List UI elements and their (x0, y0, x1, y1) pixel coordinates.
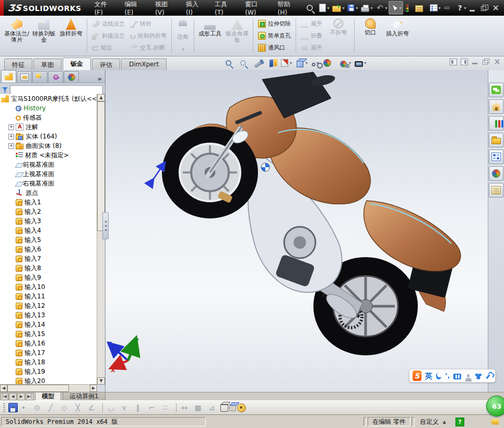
rebuild-traffic-light-icon[interactable]: ▾ (403, 2, 414, 14)
menu-item[interactable]: 视图(V) (149, 0, 180, 16)
ribbon-small-button[interactable]: 简单直孔 (255, 30, 294, 42)
scroll-thumb[interactable] (7, 385, 69, 392)
hide-show-items-icon[interactable]: ▾ (310, 59, 320, 67)
tree-item[interactable]: + 输入16 (0, 339, 97, 348)
menu-item[interactable]: 插入(I) (180, 0, 209, 16)
tree-item[interactable]: + 输入18 (0, 357, 97, 367)
quick-tips-help-icon[interactable]: ? (455, 418, 464, 426)
command-tab[interactable]: DimXpert (121, 59, 167, 70)
ribbon-small-button[interactable]: 交叉-折断 (127, 42, 169, 54)
tree-item[interactable]: + 曲面实体 (8) (0, 141, 97, 151)
scroll-down-button[interactable]: ▼ (97, 377, 105, 385)
expand-toggle[interactable]: + (8, 124, 14, 130)
displaymanager-tab-icon[interactable] (64, 71, 79, 83)
window-close-icon[interactable]: × ▾ (491, 2, 504, 14)
ribbon-small-button[interactable]: 转折 (127, 18, 169, 30)
grid-snap-icon[interactable]: ▦ ▾ (193, 402, 206, 413)
tree-item[interactable]: + 输入17 (0, 348, 97, 357)
file-explorer-icon[interactable] (489, 133, 503, 147)
point-snap-icon[interactable]: • ▾ (19, 402, 31, 413)
view-settings-icon[interactable]: ▾ (354, 59, 367, 67)
ribbon-small-button[interactable]: 褶边 (89, 42, 127, 54)
custom-properties-icon[interactable] (489, 183, 503, 198)
ime-account-icon[interactable] (467, 374, 470, 377)
tree-item[interactable]: + 输入19 (0, 367, 97, 376)
next-tab-button[interactable]: ▶ (17, 393, 25, 400)
tree-item[interactable]: + 原点 (0, 188, 97, 198)
tangent-snap-icon[interactable]: ◡ ▾ (106, 402, 119, 413)
ribbon-button[interactable]: 放样折弯 (57, 17, 85, 39)
customize-status-button[interactable]: 自定义 ▲ (416, 417, 450, 426)
midpoint-snap-icon[interactable]: ◇ ▾ (60, 402, 72, 413)
ribbon-small-button[interactable]: 展开 (298, 42, 325, 54)
window-restore-icon[interactable]: ▾ (479, 2, 491, 14)
tree-item[interactable]: + 输入1 (0, 198, 97, 207)
command-tab[interactable]: 特征 (4, 59, 32, 70)
perpendicular-snap-icon[interactable]: ⋎ ▾ (120, 402, 132, 413)
shaded-display-icon[interactable]: ▾ (229, 404, 236, 411)
ribbon-small-button[interactable]: 斜接法兰 (89, 30, 127, 42)
line-snap-icon[interactable]: ╱ ▾ (46, 402, 58, 413)
tree-item[interactable]: + 传感器 (0, 113, 97, 122)
menu-item[interactable]: 文件(F) (89, 0, 119, 16)
tree-item[interactable]: + 前视基准面 (0, 160, 97, 169)
tree-item[interactable]: + 输入11 (0, 292, 97, 301)
parallel-snap-icon[interactable]: ∥ ▾ (133, 402, 146, 413)
dimxpertmanager-tab-icon[interactable] (48, 71, 63, 83)
notification-badge[interactable]: 63 (486, 396, 504, 417)
select-cursor-icon[interactable]: ▾ (389, 1, 403, 15)
undo-icon[interactable]: ↶ ▾ (374, 2, 389, 14)
options-icon[interactable]: ▾ (428, 2, 442, 14)
tree-item[interactable]: + 输入8 (0, 263, 97, 273)
scroll-right-button[interactable]: ▶ (90, 385, 97, 392)
configurationmanager-tab-icon[interactable] (32, 71, 48, 83)
corner-snap-icon[interactable]: ⌐ ▾ (147, 402, 159, 413)
section-view-icon[interactable]: ▾ (268, 58, 278, 68)
propertymanager-tab-icon[interactable] (17, 71, 32, 83)
ribbon-small-button[interactable]: 边线法兰 (89, 18, 127, 30)
save-button[interactable]: ▾ (8, 403, 18, 412)
sheet-tab[interactable]: 运动算例1 (63, 392, 106, 401)
tree-vertical-scrollbar[interactable]: ▲ ▼ (97, 94, 105, 385)
help-icon[interactable]: ? ▾ (455, 2, 468, 14)
tree-item[interactable]: + History (0, 103, 97, 113)
tree-item[interactable]: + 输入2 (0, 207, 97, 216)
tree-item[interactable]: + 材质 <未指定> (0, 151, 97, 160)
divider[interactable]: ▾ (102, 403, 103, 412)
view-palette-icon[interactable] (489, 149, 503, 164)
tree-item[interactable]: + 右视基准面 (0, 179, 97, 188)
ime-punctuation-icon[interactable]: ’, (445, 372, 450, 379)
ribbon-button[interactable]: 切口 (357, 17, 384, 38)
menu-item[interactable]: 窗口(W) (239, 0, 272, 16)
center-snap-icon[interactable]: ⊙ ▾ (32, 402, 45, 413)
ime-skin-icon[interactable] (475, 374, 482, 379)
panel-splitter-handle[interactable]: ◂◂◂ (102, 212, 109, 239)
tree-item[interactable]: + 输入12 (0, 301, 97, 310)
panel-overflow-chevron[interactable]: » (95, 75, 105, 83)
featuremanager-tab-icon[interactable] (1, 70, 16, 83)
note-tag-icon[interactable] (490, 419, 499, 425)
design-library-icon[interactable] (489, 116, 503, 131)
menu-item[interactable]: 帮助(H) (272, 0, 303, 16)
menu-item[interactable]: 工具(T) (209, 0, 239, 16)
tree-item[interactable]: + 输入6 (0, 245, 97, 254)
sogou-logo-icon[interactable]: S (413, 371, 421, 381)
tree-filter-input[interactable] (10, 85, 103, 95)
ime-soft-keyboard-icon[interactable] (453, 374, 461, 379)
print-icon[interactable]: ▾ (359, 2, 374, 14)
task-list-icon[interactable]: ≔ ▾ (442, 2, 455, 14)
tree-item[interactable]: + 输入7 (0, 254, 97, 263)
collapse-left-pane-icon[interactable] (450, 59, 457, 65)
scroll-thumb[interactable] (97, 101, 105, 231)
zoom-area-icon[interactable]: ▾ (238, 59, 251, 67)
tree-item[interactable]: + 输入3 (0, 216, 97, 226)
previous-tab-button[interactable]: ◀ (9, 393, 17, 400)
dimension-icon[interactable]: ↔ ▾ (180, 402, 192, 413)
doc-close-icon[interactable]: × (494, 59, 501, 65)
ribbon-small-button[interactable]: 绘制的折弯 (127, 30, 169, 42)
angle-snap-icon[interactable]: ∠ ▾ (87, 402, 99, 413)
tree-horizontal-scrollbar[interactable]: ◀ ▶ (0, 384, 97, 392)
corner-dropdown-button[interactable]: 边角 ▾ (174, 17, 192, 55)
new-document-icon[interactable]: ▾ (318, 2, 331, 14)
search-icon[interactable]: ▾ (305, 2, 318, 14)
